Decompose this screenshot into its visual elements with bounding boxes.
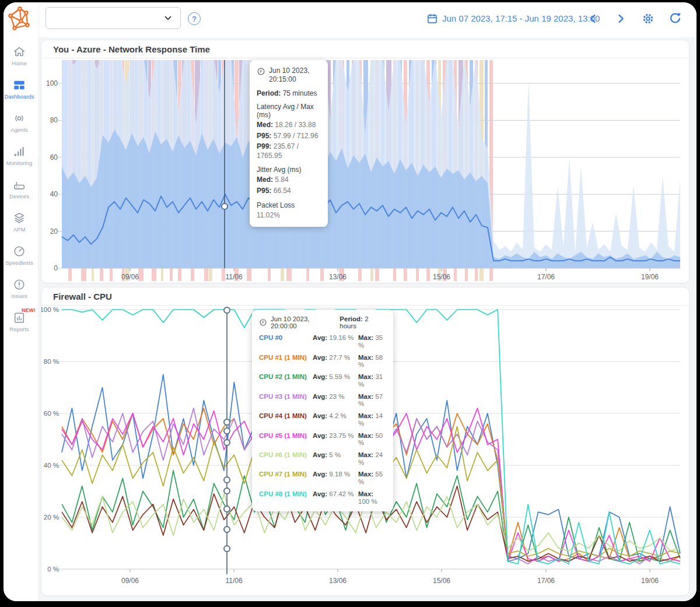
sidebar-item-label: Dashboards bbox=[4, 93, 34, 100]
svg-text:11/06: 11/06 bbox=[225, 273, 242, 281]
help-icon[interactable]: ? bbox=[188, 12, 201, 25]
period-label: Period: bbox=[257, 89, 281, 97]
sidebar-item-agents[interactable]: Agents bbox=[4, 112, 38, 141]
sidebar-item-devices[interactable]: Devices bbox=[4, 178, 38, 208]
svg-text:0 %: 0 % bbox=[47, 566, 59, 573]
svg-text:40: 40 bbox=[50, 190, 58, 198]
tooltip-row: P95: 66.54 bbox=[257, 187, 321, 196]
latency-header: Latency Avg / Max (ms) bbox=[257, 103, 321, 119]
sidebar-item-reports[interactable]: ReportsNEW! bbox=[4, 311, 38, 341]
svg-text:09/06: 09/06 bbox=[121, 273, 139, 281]
cpu-row: CPU #1 (1 MIN)Avg: 27.7 %Max: 58 % bbox=[259, 354, 386, 369]
sidebar-item-label: Issues bbox=[11, 293, 27, 299]
svg-text:19/06: 19/06 bbox=[641, 577, 659, 585]
sidebar-item-monitoring[interactable]: Monitoring bbox=[4, 145, 38, 174]
clock-icon bbox=[259, 318, 267, 327]
agents-icon bbox=[13, 112, 26, 125]
period-value: 75 minutes bbox=[283, 89, 317, 97]
svg-text:20: 20 bbox=[50, 227, 58, 236]
svg-text:40 %: 40 % bbox=[44, 462, 59, 469]
settings-gear-icon[interactable] bbox=[642, 12, 654, 25]
chevron-left-icon[interactable] bbox=[587, 12, 600, 25]
app-window: ? Jun 07 2023, 17:15 - Jun 19 2023, 13:0… bbox=[4, 2, 696, 601]
sidebar-item-label: Monitoring bbox=[6, 160, 32, 166]
monitoring-icon bbox=[13, 145, 26, 158]
sidebar-item-home[interactable]: Home bbox=[4, 45, 38, 75]
svg-text:13/06: 13/06 bbox=[329, 577, 346, 585]
dashboards-icon bbox=[13, 79, 26, 92]
cpu-row: CPU #0Avg: 19.16 %Max: 35 % bbox=[259, 334, 386, 349]
jitter-rows: Med: 5.84P95: 66.54 bbox=[257, 176, 321, 195]
svg-text:100: 100 bbox=[46, 79, 58, 87]
topbar-divider bbox=[38, 2, 39, 37]
reports-icon bbox=[13, 311, 26, 324]
period-label: Period: bbox=[340, 315, 363, 322]
sidebar-item-issues[interactable]: Issues bbox=[4, 278, 38, 307]
svg-text:15/06: 15/06 bbox=[433, 273, 450, 281]
svg-text:80: 80 bbox=[50, 116, 58, 124]
svg-text:60: 60 bbox=[50, 153, 58, 162]
packet-loss-value: 11.02% bbox=[257, 211, 321, 220]
sidebar-item-speedtests[interactable]: Speedtests bbox=[4, 245, 38, 274]
chevron-down-icon bbox=[163, 13, 173, 23]
topbar: ? Jun 07 2023, 17:15 - Jun 19 2023, 13:0… bbox=[4, 2, 696, 37]
svg-text:17/06: 17/06 bbox=[537, 273, 555, 281]
apm-icon bbox=[13, 212, 26, 224]
svg-text:11/06: 11/06 bbox=[225, 577, 242, 585]
svg-text:15/06: 15/06 bbox=[433, 577, 450, 585]
svg-text:0: 0 bbox=[54, 264, 58, 272]
help-question-mark: ? bbox=[192, 15, 197, 23]
latency-rows: Med: 18.26 / 33.88P95: 57.99 / 712.96P99… bbox=[257, 121, 321, 160]
sidebar-item-dashboards[interactable]: Dashboards bbox=[4, 79, 38, 108]
panel2-title: Firewall - CPU bbox=[41, 287, 689, 306]
clock-icon bbox=[257, 67, 265, 84]
panel1-title: You - Azure - Network Response Time bbox=[41, 40, 689, 58]
cpu-row: CPU #2 (1 MIN)Avg: 5.59 %Max: 31 % bbox=[259, 373, 386, 388]
home-icon bbox=[13, 45, 26, 58]
tooltip2-time: Jun 10 2023, 20:00:00 bbox=[271, 315, 336, 329]
date-range-picker[interactable]: Jun 07 2023, 17:15 - Jun 19 2023, 13:00 bbox=[442, 13, 600, 23]
cpu-row: CPU #3 (1 MIN)Avg: 23 %Max: 57 % bbox=[259, 393, 386, 408]
tooltip1-time: Jun 10 2023, 20:15:00 bbox=[269, 66, 321, 84]
sidebar-item-label: Devices bbox=[9, 193, 29, 199]
svg-text:19/06: 19/06 bbox=[641, 273, 659, 281]
issues-icon bbox=[13, 278, 26, 291]
refresh-icon[interactable] bbox=[668, 12, 681, 25]
cpu-row: CPU #6 (1 MIN)Avg: 5 %Max: 24 % bbox=[259, 451, 386, 466]
tooltip-row: P95: 57.99 / 712.96 bbox=[257, 132, 321, 141]
app-logo-icon[interactable] bbox=[7, 6, 33, 31]
cpu-tooltip: Jun 10 2023, 20:00:00 Period: 2 hours CP… bbox=[252, 310, 393, 511]
devices-icon bbox=[13, 178, 26, 191]
speedtests-icon bbox=[13, 245, 26, 258]
tooltip-row: P99: 235.67 / 1765.95 bbox=[257, 142, 321, 160]
sidebar-item-label: Home bbox=[12, 60, 26, 66]
svg-text:09/06: 09/06 bbox=[121, 577, 139, 585]
tooltip-row: Med: 18.26 / 33.88 bbox=[257, 121, 321, 130]
sidebar-item-apm[interactable]: APM bbox=[4, 212, 38, 241]
new-badge: NEW! bbox=[22, 307, 36, 313]
tooltip-row: Med: 5.84 bbox=[257, 176, 321, 185]
panel-network-response-time: You - Azure - Network Response Time 0204… bbox=[41, 40, 690, 283]
packet-loss-header: Packet Loss bbox=[257, 201, 321, 209]
latency-tooltip: Jun 10 2023, 20:15:00 Period: 75 minutes… bbox=[250, 60, 328, 227]
svg-text:80 %: 80 % bbox=[44, 358, 59, 365]
sidebar-item-label: Reports bbox=[9, 326, 29, 332]
svg-text:13/06: 13/06 bbox=[329, 273, 346, 281]
sidebar-item-label: APM bbox=[13, 226, 26, 233]
sidebar-item-label: Agents bbox=[10, 127, 28, 133]
cpu-row: CPU #8 (1 MIN)Avg: 67.42 %Max: 100 % bbox=[259, 490, 386, 505]
chevron-right-icon[interactable] bbox=[614, 12, 627, 25]
svg-text:20 %: 20 % bbox=[44, 514, 59, 521]
network-response-time-chart[interactable]: 02040608010009/0611/0613/0615/0617/0619/… bbox=[41, 60, 690, 283]
svg-text:100 %: 100 % bbox=[41, 306, 59, 313]
svg-text:60 %: 60 % bbox=[44, 410, 59, 417]
cpu-rows: CPU #0Avg: 19.16 %Max: 35 %CPU #1 (1 MIN… bbox=[259, 334, 386, 505]
cpu-row: CPU #5 (1 MIN)Avg: 23.75 %Max: 50 % bbox=[259, 432, 386, 447]
dashboard-select[interactable] bbox=[46, 7, 181, 29]
sidebar-item-label: Speedtests bbox=[5, 259, 33, 266]
svg-text:17/06: 17/06 bbox=[537, 577, 555, 585]
sidebar: HomeDashboardsAgentsMonitoringDevicesAPM… bbox=[4, 37, 38, 601]
cpu-row: CPU #7 (1 MIN)Avg: 9.18 %Max: 55 % bbox=[259, 471, 386, 485]
cpu-row: CPU #4 (1 MIN)Avg: 4.2 %Max: 14 % bbox=[259, 412, 386, 427]
calendar-icon[interactable] bbox=[426, 13, 438, 24]
